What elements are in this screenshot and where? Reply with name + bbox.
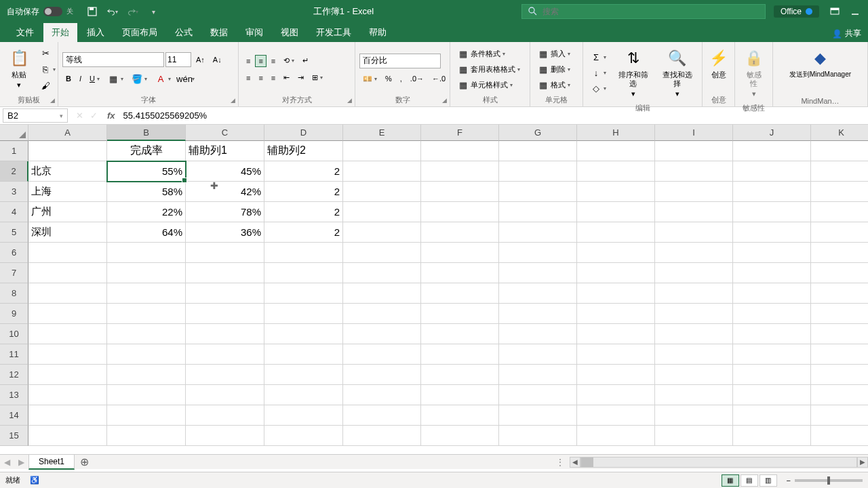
office-account[interactable]: Office (774, 5, 819, 18)
row-header-14[interactable]: 14 (0, 405, 28, 426)
cell-C15[interactable] (186, 426, 264, 446)
cell-D15[interactable] (264, 426, 343, 446)
tab-data[interactable]: 数据 (202, 23, 236, 42)
increase-indent-button[interactable]: ⇥ (294, 71, 307, 84)
cell-H7[interactable] (577, 263, 655, 283)
cell-A11[interactable] (28, 344, 107, 365)
cell-I15[interactable] (655, 426, 733, 446)
cell-E6[interactable] (343, 243, 421, 263)
italic-button[interactable]: I (76, 73, 85, 85)
font-color-button[interactable]: A▾ (152, 71, 174, 86)
cell-J2[interactable] (733, 161, 811, 182)
fill-button[interactable]: ↓▾ (587, 66, 610, 81)
merge-button[interactable]: ⊞▾ (309, 71, 326, 84)
cell-D11[interactable] (264, 344, 343, 365)
cell-C1[interactable]: 辅助列1 (186, 141, 264, 161)
row-header-9[interactable]: 9 (0, 304, 28, 324)
cell-K11[interactable] (811, 344, 868, 365)
cell-H2[interactable] (577, 161, 655, 182)
tab-file[interactable]: 文件 (8, 23, 42, 42)
cell-F11[interactable] (421, 344, 499, 365)
cell-I4[interactable] (655, 202, 733, 222)
tab-help[interactable]: 帮助 (361, 23, 395, 42)
cell-H10[interactable] (577, 324, 655, 344)
cell-A4[interactable]: 广州 (28, 202, 107, 222)
cell-A8[interactable] (28, 283, 107, 304)
cell-F12[interactable] (421, 365, 499, 385)
cell-J7[interactable] (733, 263, 811, 283)
fx-icon[interactable]: fx (103, 110, 119, 121)
format-as-table-button[interactable]: ▦套用表格格式▾ (454, 62, 526, 77)
cell-J1[interactable] (733, 141, 811, 161)
column-header-C[interactable]: C (186, 125, 264, 141)
row-header-1[interactable]: 1 (0, 141, 28, 161)
cell-I2[interactable] (655, 161, 733, 182)
row-header-15[interactable]: 15 (0, 426, 28, 446)
redo-icon[interactable]: ▾ (127, 6, 138, 17)
cell-D13[interactable] (264, 385, 343, 405)
cell-I14[interactable] (655, 405, 733, 426)
cell-J14[interactable] (733, 405, 811, 426)
hscroll-thumb[interactable] (581, 458, 593, 467)
cell-K7[interactable] (811, 263, 868, 283)
format-cells-button[interactable]: ▦格式▾ (534, 77, 578, 92)
cell-B2[interactable]: 55% (107, 161, 186, 182)
cell-B15[interactable] (107, 426, 186, 446)
select-all-button[interactable] (0, 125, 28, 141)
cell-B6[interactable] (107, 243, 186, 263)
view-normal-button[interactable]: ▦ (722, 474, 739, 487)
sheet-tab[interactable]: Sheet1 (28, 454, 75, 470)
row-header-11[interactable]: 11 (0, 344, 28, 365)
cell-D5[interactable]: 2 (264, 222, 343, 243)
cell-A15[interactable] (28, 426, 107, 446)
cell-K2[interactable] (811, 161, 868, 182)
cell-H8[interactable] (577, 283, 655, 304)
copy-button[interactable]: ⎘▾ (37, 62, 59, 77)
cell-I7[interactable] (655, 263, 733, 283)
cell-A13[interactable] (28, 385, 107, 405)
zoom-out-icon[interactable]: − (787, 476, 791, 485)
cell-C5[interactable]: 36% (186, 222, 264, 243)
cell-I10[interactable] (655, 324, 733, 344)
borders-button[interactable]: ▦▾ (104, 71, 127, 86)
cell-G6[interactable] (499, 243, 577, 263)
column-header-B[interactable]: B (107, 125, 186, 141)
cell-J15[interactable] (733, 426, 811, 446)
cell-B3[interactable]: 58% (107, 182, 186, 202)
cell-K5[interactable] (811, 222, 868, 243)
font-name-input[interactable] (62, 52, 164, 67)
cell-E3[interactable] (343, 182, 421, 202)
cell-H11[interactable] (577, 344, 655, 365)
clipboard-launcher-icon[interactable]: ◢ (50, 97, 55, 104)
conditional-formatting-button[interactable]: ▦条件格式▾ (454, 46, 526, 61)
cell-A12[interactable] (28, 365, 107, 385)
cell-F13[interactable] (421, 385, 499, 405)
cell-E9[interactable] (343, 304, 421, 324)
column-header-A[interactable]: A (28, 125, 107, 141)
view-pagelayout-button[interactable]: ▤ (741, 474, 758, 487)
column-header-D[interactable]: D (264, 125, 343, 141)
row-header-13[interactable]: 13 (0, 385, 28, 405)
cell-C10[interactable] (186, 324, 264, 344)
cell-G7[interactable] (499, 263, 577, 283)
cell-K13[interactable] (811, 385, 868, 405)
cell-H6[interactable] (577, 243, 655, 263)
tab-layout[interactable]: 页面布局 (114, 23, 165, 42)
cell-G2[interactable] (499, 161, 577, 182)
ribbon-display-icon[interactable] (830, 7, 840, 16)
row-header-4[interactable]: 4 (0, 202, 28, 222)
cell-G10[interactable] (499, 324, 577, 344)
tab-formulas[interactable]: 公式 (167, 23, 201, 42)
sort-filter-button[interactable]: ⇅ 排序和筛选▾ (612, 45, 654, 102)
cell-G8[interactable] (499, 283, 577, 304)
format-painter-button[interactable]: 🖌 (37, 78, 59, 93)
cell-B4[interactable]: 22% (107, 202, 186, 222)
zoom-slider[interactable] (795, 479, 863, 482)
cell-F5[interactable] (421, 222, 499, 243)
column-header-F[interactable]: F (421, 125, 499, 141)
cell-A3[interactable]: 上海 (28, 182, 107, 202)
cell-C13[interactable] (186, 385, 264, 405)
cell-G4[interactable] (499, 202, 577, 222)
cell-D12[interactable] (264, 365, 343, 385)
cell-B14[interactable] (107, 405, 186, 426)
